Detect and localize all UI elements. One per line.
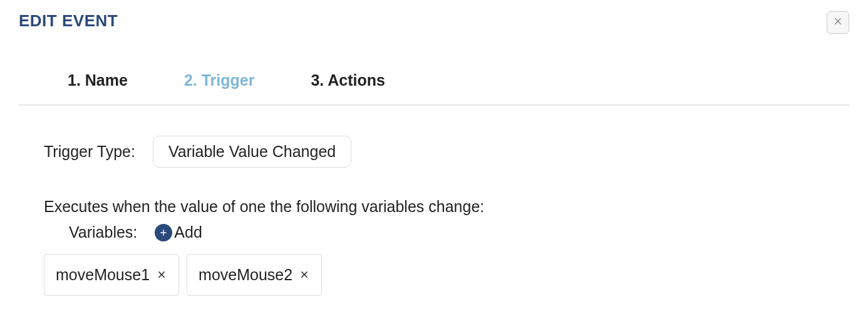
variable-chip[interactable]: moveMouse1 — [44, 254, 179, 296]
close-button[interactable] — [827, 11, 849, 34]
dialog-title: EDIT EVENT — [19, 11, 118, 31]
add-label: Add — [174, 223, 202, 241]
tab-trigger[interactable]: 2. Trigger — [184, 71, 255, 89]
plus-circle-icon — [155, 224, 172, 241]
tab-actions[interactable]: 3. Actions — [311, 71, 385, 89]
variable-chip-label: moveMouse1 — [56, 266, 150, 284]
close-icon — [299, 266, 310, 284]
variable-chip-label: moveMouse2 — [199, 266, 292, 284]
variables-chips: moveMouse1 moveMouse2 — [44, 254, 849, 296]
tab-name[interactable]: 1. Name — [68, 71, 128, 89]
variables-label: Variables: — [69, 223, 137, 241]
trigger-type-select[interactable]: Variable Value Changed — [153, 136, 351, 168]
add-variable-button[interactable]: Add — [155, 223, 202, 241]
variable-chip[interactable]: moveMouse2 — [187, 254, 322, 296]
trigger-description: Executes when the value of one the follo… — [44, 198, 849, 216]
remove-variable-button[interactable] — [156, 266, 167, 284]
wizard-tabs: 1. Name 2. Trigger 3. Actions — [19, 34, 849, 106]
close-icon — [832, 16, 844, 29]
close-icon — [156, 266, 167, 284]
remove-variable-button[interactable] — [299, 266, 310, 284]
trigger-type-label: Trigger Type: — [44, 143, 135, 161]
